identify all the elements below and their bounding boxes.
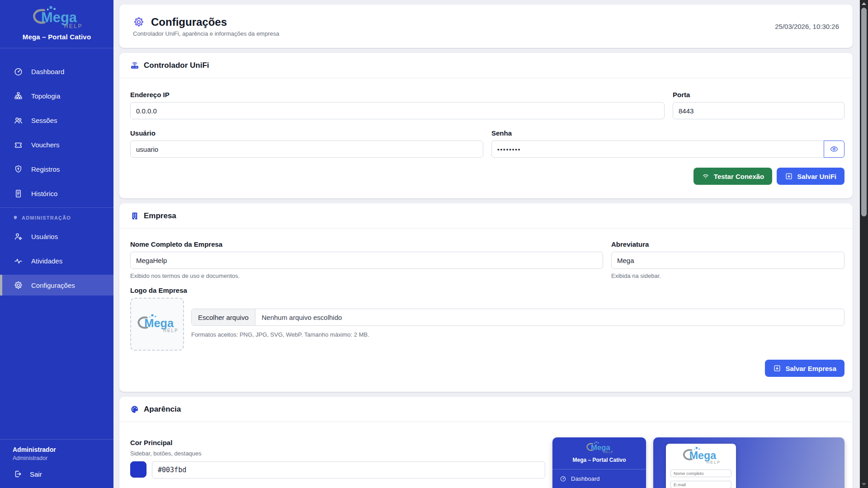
speedometer-icon xyxy=(14,67,23,76)
ticket-icon xyxy=(14,140,23,150)
sidebar-preview: Mega – Portal Cativo Dashboard xyxy=(552,437,646,488)
ip-label: Endereço IP xyxy=(130,91,665,99)
unifi-card: Controlador UniFi Endereço IP Porta Usuá… xyxy=(119,53,853,198)
sidebar-item-historico[interactable]: Histórico xyxy=(0,183,113,204)
scrollbar-up-arrow[interactable] xyxy=(862,2,866,5)
logo-file-input[interactable]: Escolher arquivo Nenhum arquivo escolhid… xyxy=(191,309,844,326)
gear-icon xyxy=(133,16,145,28)
abbr-hint: Exibida na sidebar. xyxy=(611,272,844,279)
save-unifi-button[interactable]: Salvar UniFi xyxy=(777,168,844,185)
scrollbar-thumb[interactable] xyxy=(861,8,867,216)
port-label: Porta xyxy=(673,91,844,99)
company-card: Empresa Nome Completo da Empresa Exibido… xyxy=(119,203,853,392)
gear-icon xyxy=(14,281,23,290)
sidebar-item-atividades[interactable]: Atividades xyxy=(0,250,113,271)
sidebar-item-label: Sessões xyxy=(31,117,57,124)
main-content: Configurações Controlador UniFi, aparênc… xyxy=(113,0,868,488)
sidebar-item-label: Configurações xyxy=(31,282,75,289)
portal-preview-card xyxy=(666,444,736,488)
color-hint: Sidebar, botões, destaques xyxy=(130,450,545,457)
sidebar-item-usuarios[interactable]: Usuários xyxy=(0,226,113,247)
save-company-button[interactable]: Salvar Empresa xyxy=(765,360,844,377)
sidebar-item-label: Histórico xyxy=(31,190,57,197)
sidebar: Mega – Portal Cativo Dashboard Topologia… xyxy=(0,0,113,488)
preview-sidebar-title: Mega – Portal Cativo xyxy=(552,457,646,463)
user-gear-icon xyxy=(14,232,23,241)
test-connection-button[interactable]: Testar Conexão xyxy=(693,168,772,185)
sidebar-item-vouchers[interactable]: Vouchers xyxy=(0,134,113,155)
sidebar-item-label: Dashboard xyxy=(31,68,64,75)
preview-name-input xyxy=(670,469,731,477)
preview-email-input xyxy=(670,481,731,488)
company-logo-preview xyxy=(130,298,184,351)
app-logo xyxy=(0,0,113,31)
shield-small-icon xyxy=(13,215,18,221)
sidebar-item-registros[interactable]: Registros xyxy=(0,159,113,179)
unifi-section-title: Controlador UniFi xyxy=(144,61,209,70)
company-name-input[interactable] xyxy=(130,252,603,269)
sidebar-item-label: Vouchers xyxy=(31,141,60,149)
toggle-password-button[interactable] xyxy=(824,141,844,158)
save-unifi-label: Salvar UniFi xyxy=(797,173,836,180)
file-chosen-text: Nenhum arquivo escolhido xyxy=(255,314,349,321)
test-connection-label: Testar Conexão xyxy=(714,173,764,180)
user-role: Administrador xyxy=(13,455,101,461)
save-icon xyxy=(773,364,781,372)
topology-icon xyxy=(14,91,23,101)
logout-icon xyxy=(14,469,23,479)
appearance-card: Aparência Cor Principal Sidebar, botões,… xyxy=(119,397,853,488)
company-section-title: Empresa xyxy=(144,211,176,221)
company-name-label: Nome Completo da Empresa xyxy=(130,240,603,248)
sidebar-footer: Administrador Administrador Sair xyxy=(0,439,113,479)
ip-input[interactable] xyxy=(130,102,665,119)
appearance-card-header: Aparência xyxy=(119,397,853,422)
user-name: Administrador xyxy=(13,446,101,453)
port-input[interactable] xyxy=(673,102,844,119)
speedometer-icon xyxy=(560,475,566,482)
palette-icon xyxy=(130,405,139,414)
sidebar-item-topologia[interactable]: Topologia xyxy=(0,85,113,106)
preview-logo xyxy=(670,446,731,466)
shield-icon xyxy=(14,164,23,174)
sidebar-item-label: Atividades xyxy=(31,257,62,265)
save-icon xyxy=(785,172,793,180)
sidebar-section-administracao: ADMINISTRAÇÃO xyxy=(0,208,113,226)
user-label: Usuário xyxy=(130,129,483,137)
preview-logo xyxy=(552,437,646,455)
choose-file-button[interactable]: Escolher arquivo xyxy=(192,309,255,325)
username-input[interactable] xyxy=(130,141,483,158)
page-title: Configurações xyxy=(151,16,227,28)
preview-dashboard-label: Dashboard xyxy=(571,475,600,482)
sidebar-nav: Dashboard Topologia Sessões Vouchers Reg… xyxy=(0,48,113,296)
password-input[interactable] xyxy=(491,141,824,158)
activity-icon xyxy=(14,256,23,266)
sidebar-item-dashboard[interactable]: Dashboard xyxy=(0,61,113,82)
sidebar-item-sessoes[interactable]: Sessões xyxy=(0,110,113,131)
sidebar-item-label: Topologia xyxy=(31,92,60,100)
abbr-input[interactable] xyxy=(611,252,844,269)
company-logo-image xyxy=(135,314,180,335)
sidebar-title: Mega – Portal Cativo xyxy=(0,33,113,41)
appearance-section-title: Aparência xyxy=(144,405,181,414)
router-icon xyxy=(130,61,139,70)
wifi-icon xyxy=(702,172,710,180)
sidebar-item-configuracoes[interactable]: Configurações xyxy=(0,275,113,296)
sidebar-section-label: ADMINISTRAÇÃO xyxy=(22,215,71,221)
sidebar-item-label: Registros xyxy=(31,165,60,173)
preview-dashboard-item: Dashboard xyxy=(552,469,646,482)
logout-button[interactable]: Sair xyxy=(13,469,101,479)
page-header: Configurações Controlador UniFi, aparênc… xyxy=(119,5,853,48)
sidebar-item-label: Usuários xyxy=(31,233,58,240)
users-icon xyxy=(14,116,23,125)
color-hex-input[interactable] xyxy=(152,461,545,479)
file-format-hint: Formatos aceitos: PNG, JPG, SVG, WebP. T… xyxy=(191,331,844,338)
scrollbar-down-arrow[interactable] xyxy=(862,483,866,486)
abbr-label: Abreviatura xyxy=(611,240,844,248)
company-logo-label: Logo da Empresa xyxy=(130,286,844,294)
color-picker-swatch[interactable] xyxy=(130,461,146,478)
color-label: Cor Principal xyxy=(130,439,545,446)
password-label: Senha xyxy=(491,129,844,137)
scrollbar-track xyxy=(860,0,868,488)
timestamp: 25/03/2026, 10:30:26 xyxy=(775,23,839,30)
building-icon xyxy=(130,211,139,221)
